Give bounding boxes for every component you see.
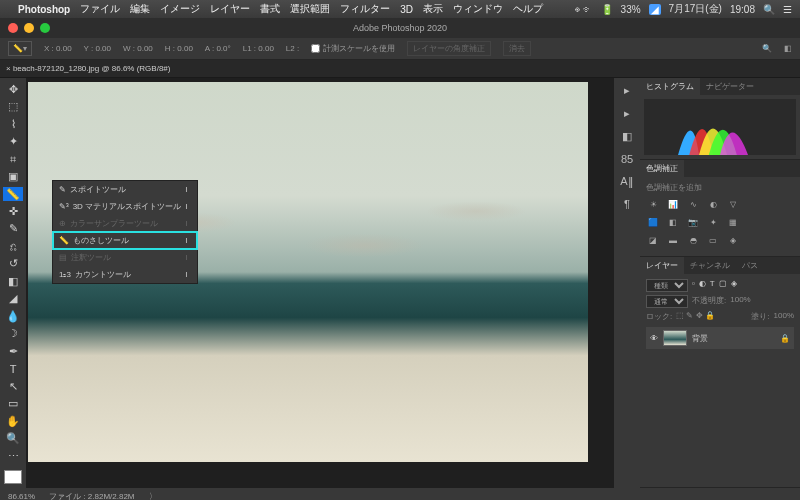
sampler-icon: ⊕ <box>59 219 66 228</box>
menu-file[interactable]: ファイル <box>80 2 120 16</box>
brush-tool[interactable]: ✎ <box>3 222 23 236</box>
threshold-icon[interactable]: ◓ <box>686 233 700 247</box>
clear-button[interactable]: 消去 <box>503 41 531 56</box>
paragraph-panel-icon[interactable]: ¶ <box>624 198 630 210</box>
curves-icon[interactable]: ∿ <box>686 197 700 211</box>
lut-icon[interactable]: ▦ <box>726 215 740 229</box>
statusbar-caret[interactable]: 〉 <box>149 491 157 501</box>
flyout-3d-material[interactable]: ✎³3D マテリアルスポイトツールI <box>53 198 197 215</box>
invert-icon[interactable]: ◪ <box>646 233 660 247</box>
posterize-icon[interactable]: ▬ <box>666 233 680 247</box>
heal-tool[interactable]: ✜ <box>3 204 23 218</box>
opt-a: A : 0.0° <box>205 44 231 53</box>
hue-icon[interactable]: 🟦 <box>646 215 660 229</box>
opacity-value[interactable]: 100% <box>730 295 750 308</box>
visibility-icon[interactable]: 👁 <box>650 334 658 343</box>
path-tool[interactable]: ↖ <box>3 379 23 393</box>
foreground-color[interactable] <box>4 470 22 484</box>
expand-icon-2[interactable]: ▸ <box>624 107 630 120</box>
gradient-tool[interactable]: ◢ <box>3 292 23 306</box>
channel-mixer-icon[interactable]: ✦ <box>706 215 720 229</box>
layer-background[interactable]: 👁 背景 🔒 <box>646 327 794 349</box>
eyedropper-icon: ✎ <box>59 185 66 194</box>
history-brush-tool[interactable]: ↺ <box>3 257 23 271</box>
app-name: Photoshop <box>18 4 70 15</box>
wand-tool[interactable]: ✦ <box>3 134 23 148</box>
color-panel-icon[interactable]: ◧ <box>622 130 632 143</box>
tab-paths[interactable]: パス <box>736 257 764 274</box>
filter-adj-icon[interactable]: ◐ <box>699 279 706 292</box>
menu-layer[interactable]: レイヤー <box>210 2 250 16</box>
edit-toolbar[interactable]: ⋯ <box>3 449 23 463</box>
blur-tool[interactable]: 💧 <box>3 309 23 323</box>
lasso-tool[interactable]: ⌇ <box>3 117 23 131</box>
menu-view[interactable]: 表示 <box>423 2 443 16</box>
tab-navigator[interactable]: ナビゲーター <box>700 78 760 95</box>
menu-image[interactable]: イメージ <box>160 2 200 16</box>
tab-histogram[interactable]: ヒストグラム <box>640 78 700 95</box>
filter-shape-icon[interactable]: ▢ <box>719 279 727 292</box>
menu-select[interactable]: 選択範囲 <box>290 2 330 16</box>
search-icon[interactable]: 🔍 <box>763 4 775 15</box>
move-tool[interactable]: ✥ <box>3 82 23 96</box>
filter-smart-icon[interactable]: ◈ <box>731 279 737 292</box>
menu-icon[interactable]: ☰ <box>783 4 792 15</box>
search-icon[interactable]: 🔍 <box>762 44 772 53</box>
flyout-eyedropper[interactable]: ✎スポイトツールI <box>53 181 197 198</box>
flyout-color-sampler[interactable]: ⊕カラーサンプラーツールI <box>53 215 197 232</box>
tab-layers[interactable]: レイヤー <box>640 257 684 274</box>
filter-type-icon[interactable]: T <box>710 279 715 292</box>
fill-value[interactable]: 100% <box>774 311 794 322</box>
wifi-icon: ◉ ᯤ <box>575 4 593 15</box>
document-tab[interactable]: × beach-872120_1280.jpg @ 86.6% (RGB/8#) <box>6 64 170 73</box>
doc-size: ファイル : 2.82M/2.82M <box>49 491 134 501</box>
pen-tool[interactable]: ✒ <box>3 344 23 358</box>
shape-tool[interactable]: ▭ <box>3 396 23 410</box>
filter-image-icon[interactable]: ▫ <box>692 279 695 292</box>
levels-icon[interactable]: 📊 <box>666 197 680 211</box>
type-tool[interactable]: T <box>3 362 23 376</box>
menu-filter[interactable]: フィルター <box>340 2 390 16</box>
layer-filter-type[interactable]: 種類 <box>646 279 688 292</box>
eraser-tool[interactable]: ◧ <box>3 274 23 288</box>
marquee-tool[interactable]: ⬚ <box>3 99 23 113</box>
character-panel-icon[interactable]: A‖ <box>620 175 633 188</box>
tab-adjustments[interactable]: 色調補正 <box>640 160 684 177</box>
lock-icons[interactable]: ⬚ ✎ ✥ 🔒 <box>676 311 715 322</box>
flyout-count[interactable]: 1₂3カウントツールI <box>53 266 197 283</box>
tab-channels[interactable]: チャンネル <box>684 257 736 274</box>
traffic-lights[interactable] <box>8 23 50 33</box>
eyedropper-tool[interactable]: 📏 <box>3 187 23 201</box>
status-bar: 86.61% ファイル : 2.82M/2.82M 〉 <box>0 488 800 500</box>
workspace-icon[interactable]: ◧ <box>784 44 792 53</box>
zoom-level[interactable]: 86.61% <box>8 492 35 501</box>
hand-tool[interactable]: ✋ <box>3 414 23 428</box>
count-icon: 1₂3 <box>59 270 71 279</box>
brightness-icon[interactable]: ☀ <box>646 197 660 211</box>
swatch-panel-icon[interactable]: 85 <box>621 153 633 165</box>
stamp-tool[interactable]: ⎌ <box>3 239 23 253</box>
selective-color-icon[interactable]: ◈ <box>726 233 740 247</box>
expand-icon[interactable]: ▸ <box>624 84 630 97</box>
menu-window[interactable]: ウィンドウ <box>453 2 503 16</box>
menu-help[interactable]: ヘルプ <box>513 2 543 16</box>
bw-icon[interactable]: ◧ <box>666 215 680 229</box>
vibrance-icon[interactable]: ▽ <box>726 197 740 211</box>
crop-tool[interactable]: ⌗ <box>3 152 23 166</box>
layer-angle-button[interactable]: レイヤーの角度補正 <box>407 41 491 56</box>
flyout-note[interactable]: ▤注釈ツールI <box>53 249 197 266</box>
dodge-tool[interactable]: ☽ <box>3 327 23 341</box>
flyout-ruler[interactable]: 📏ものさしツールI <box>53 232 197 249</box>
use-measurement-scale[interactable]: 計測スケールを使用 <box>311 43 395 54</box>
menu-3d[interactable]: 3D <box>400 4 413 15</box>
menu-type[interactable]: 書式 <box>260 2 280 16</box>
frame-tool[interactable]: ▣ <box>3 169 23 183</box>
blend-mode[interactable]: 通常 <box>646 295 688 308</box>
zoom-tool[interactable]: 🔍 <box>3 431 23 445</box>
menu-edit[interactable]: 編集 <box>130 2 150 16</box>
exposure-icon[interactable]: ◐ <box>706 197 720 211</box>
eyedropper-3d-icon: ✎³ <box>59 202 69 211</box>
gradient-map-icon[interactable]: ▭ <box>706 233 720 247</box>
photo-filter-icon[interactable]: 📷 <box>686 215 700 229</box>
battery-icon: 🔋 <box>601 4 613 15</box>
